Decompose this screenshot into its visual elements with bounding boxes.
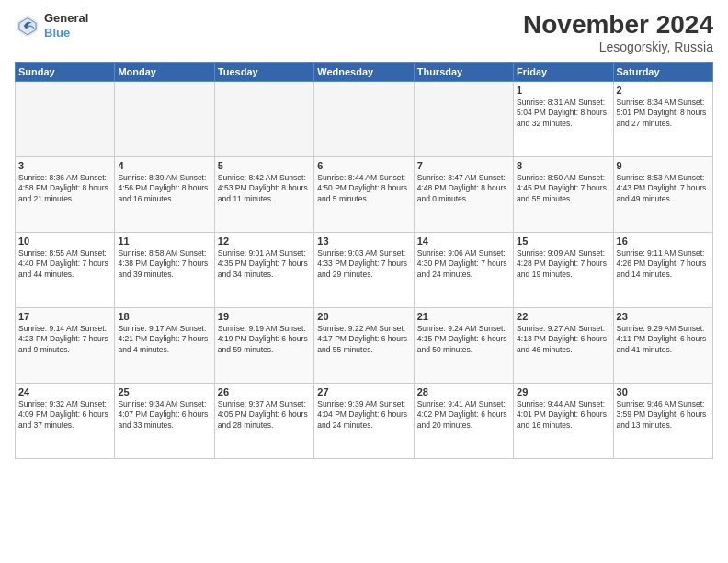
day-info: Sunrise: 9:06 AM Sunset: 4:30 PM Dayligh… (417, 248, 510, 280)
calendar-cell: 30Sunrise: 9:46 AM Sunset: 3:59 PM Dayli… (613, 383, 712, 458)
calendar-cell: 24Sunrise: 9:32 AM Sunset: 4:09 PM Dayli… (16, 383, 115, 458)
day-info: Sunrise: 9:09 AM Sunset: 4:28 PM Dayligh… (517, 248, 609, 280)
day-info: Sunrise: 8:50 AM Sunset: 4:45 PM Dayligh… (517, 173, 609, 204)
calendar-cell: 8Sunrise: 8:50 AM Sunset: 4:45 PM Daylig… (514, 156, 613, 232)
calendar-header-saturday: Saturday (613, 62, 712, 81)
day-number: 9 (617, 160, 710, 171)
day-number: 16 (617, 236, 710, 247)
day-number: 3 (18, 160, 111, 171)
day-info: Sunrise: 8:47 AM Sunset: 4:48 PM Dayligh… (417, 173, 510, 204)
calendar-cell: 29Sunrise: 9:44 AM Sunset: 4:01 PM Dayli… (514, 383, 613, 458)
page: General Blue November 2024 Lesogorskiy, … (0, 0, 728, 563)
day-info: Sunrise: 9:41 AM Sunset: 4:02 PM Dayligh… (417, 399, 510, 431)
day-info: Sunrise: 9:29 AM Sunset: 4:11 PM Dayligh… (617, 324, 710, 355)
calendar-week-row: 1Sunrise: 8:31 AM Sunset: 5:04 PM Daylig… (16, 81, 713, 156)
day-info: Sunrise: 9:17 AM Sunset: 4:21 PM Dayligh… (118, 324, 210, 355)
calendar-cell: 17Sunrise: 9:14 AM Sunset: 4:23 PM Dayli… (16, 307, 115, 383)
day-info: Sunrise: 9:24 AM Sunset: 4:15 PM Dayligh… (417, 324, 510, 355)
day-info: Sunrise: 9:34 AM Sunset: 4:07 PM Dayligh… (118, 399, 210, 431)
calendar-cell: 20Sunrise: 9:22 AM Sunset: 4:17 PM Dayli… (314, 307, 414, 383)
calendar-cell: 3Sunrise: 8:36 AM Sunset: 4:58 PM Daylig… (16, 156, 115, 232)
day-number: 29 (517, 386, 609, 397)
calendar-cell: 15Sunrise: 9:09 AM Sunset: 4:28 PM Dayli… (514, 232, 613, 307)
calendar-cell: 27Sunrise: 9:39 AM Sunset: 4:04 PM Dayli… (314, 383, 414, 458)
calendar-cell: 14Sunrise: 9:06 AM Sunset: 4:30 PM Dayli… (414, 232, 513, 307)
day-info: Sunrise: 9:46 AM Sunset: 3:59 PM Dayligh… (617, 399, 710, 431)
day-number: 10 (18, 236, 111, 247)
day-number: 13 (317, 236, 410, 247)
calendar-cell: 16Sunrise: 9:11 AM Sunset: 4:26 PM Dayli… (613, 232, 712, 307)
logo-text: General Blue (44, 11, 88, 40)
day-number: 15 (517, 236, 609, 247)
day-number: 30 (617, 386, 710, 397)
calendar-header-friday: Friday (514, 62, 613, 81)
day-number: 12 (218, 236, 311, 247)
logo: General Blue (15, 11, 88, 40)
day-info: Sunrise: 9:22 AM Sunset: 4:17 PM Dayligh… (317, 324, 410, 355)
day-info: Sunrise: 9:03 AM Sunset: 4:33 PM Dayligh… (317, 248, 410, 280)
title-block: November 2024 Lesogorskiy, Russia (523, 11, 713, 54)
calendar-cell: 28Sunrise: 9:41 AM Sunset: 4:02 PM Dayli… (414, 383, 513, 458)
day-info: Sunrise: 8:31 AM Sunset: 5:04 PM Dayligh… (517, 98, 609, 129)
day-info: Sunrise: 9:32 AM Sunset: 4:09 PM Dayligh… (18, 399, 111, 431)
calendar-cell: 19Sunrise: 9:19 AM Sunset: 4:19 PM Dayli… (214, 307, 313, 383)
day-number: 5 (218, 160, 311, 171)
day-info: Sunrise: 8:36 AM Sunset: 4:58 PM Dayligh… (18, 173, 111, 204)
day-number: 4 (118, 160, 210, 171)
logo-line1: General (44, 11, 88, 26)
day-info: Sunrise: 8:44 AM Sunset: 4:50 PM Dayligh… (317, 173, 410, 204)
calendar-cell (115, 81, 214, 156)
calendar-cell: 6Sunrise: 8:44 AM Sunset: 4:50 PM Daylig… (314, 156, 414, 232)
day-info: Sunrise: 8:55 AM Sunset: 4:40 PM Dayligh… (18, 248, 111, 280)
day-info: Sunrise: 8:39 AM Sunset: 4:56 PM Dayligh… (118, 173, 210, 204)
calendar-cell: 7Sunrise: 8:47 AM Sunset: 4:48 PM Daylig… (414, 156, 513, 232)
calendar-header-row: SundayMondayTuesdayWednesdayThursdayFrid… (16, 62, 713, 81)
calendar-cell: 12Sunrise: 9:01 AM Sunset: 4:35 PM Dayli… (214, 232, 313, 307)
calendar-cell: 18Sunrise: 9:17 AM Sunset: 4:21 PM Dayli… (115, 307, 214, 383)
day-number: 6 (317, 160, 410, 171)
calendar-cell: 25Sunrise: 9:34 AM Sunset: 4:07 PM Dayli… (115, 383, 214, 458)
calendar-header-thursday: Thursday (414, 62, 513, 81)
calendar-cell (414, 81, 513, 156)
calendar-week-row: 3Sunrise: 8:36 AM Sunset: 4:58 PM Daylig… (16, 156, 713, 232)
day-info: Sunrise: 8:58 AM Sunset: 4:38 PM Dayligh… (118, 248, 210, 280)
day-number: 8 (517, 160, 609, 171)
calendar: SundayMondayTuesdayWednesdayThursdayFrid… (15, 62, 713, 459)
day-number: 18 (118, 311, 210, 322)
calendar-cell: 23Sunrise: 9:29 AM Sunset: 4:11 PM Dayli… (613, 307, 712, 383)
day-number: 7 (417, 160, 510, 171)
subtitle: Lesogorskiy, Russia (523, 40, 713, 54)
calendar-cell (214, 81, 313, 156)
calendar-cell: 5Sunrise: 8:42 AM Sunset: 4:53 PM Daylig… (214, 156, 313, 232)
day-number: 2 (617, 85, 710, 96)
calendar-week-row: 24Sunrise: 9:32 AM Sunset: 4:09 PM Dayli… (16, 383, 713, 458)
day-info: Sunrise: 9:27 AM Sunset: 4:13 PM Dayligh… (517, 324, 609, 355)
calendar-cell: 1Sunrise: 8:31 AM Sunset: 5:04 PM Daylig… (514, 81, 613, 156)
day-number: 24 (18, 386, 111, 397)
day-info: Sunrise: 8:53 AM Sunset: 4:43 PM Dayligh… (617, 173, 710, 204)
day-number: 27 (317, 386, 410, 397)
day-number: 20 (317, 311, 410, 322)
day-number: 1 (517, 85, 609, 96)
calendar-header-wednesday: Wednesday (314, 62, 414, 81)
day-number: 21 (417, 311, 510, 322)
calendar-week-row: 10Sunrise: 8:55 AM Sunset: 4:40 PM Dayli… (16, 232, 713, 307)
day-info: Sunrise: 9:39 AM Sunset: 4:04 PM Dayligh… (317, 399, 410, 431)
calendar-cell: 2Sunrise: 8:34 AM Sunset: 5:01 PM Daylig… (613, 81, 712, 156)
day-info: Sunrise: 9:19 AM Sunset: 4:19 PM Dayligh… (218, 324, 311, 355)
day-number: 23 (617, 311, 710, 322)
calendar-cell: 13Sunrise: 9:03 AM Sunset: 4:33 PM Dayli… (314, 232, 414, 307)
day-number: 22 (517, 311, 609, 322)
calendar-cell: 10Sunrise: 8:55 AM Sunset: 4:40 PM Dayli… (16, 232, 115, 307)
day-info: Sunrise: 8:42 AM Sunset: 4:53 PM Dayligh… (218, 173, 311, 204)
calendar-header-sunday: Sunday (16, 62, 115, 81)
day-info: Sunrise: 9:44 AM Sunset: 4:01 PM Dayligh… (517, 399, 609, 431)
calendar-cell: 4Sunrise: 8:39 AM Sunset: 4:56 PM Daylig… (115, 156, 214, 232)
month-title: November 2024 (523, 11, 713, 40)
calendar-cell: 22Sunrise: 9:27 AM Sunset: 4:13 PM Dayli… (514, 307, 613, 383)
day-number: 26 (218, 386, 311, 397)
day-number: 11 (118, 236, 210, 247)
calendar-week-row: 17Sunrise: 9:14 AM Sunset: 4:23 PM Dayli… (16, 307, 713, 383)
day-info: Sunrise: 8:34 AM Sunset: 5:01 PM Dayligh… (617, 98, 710, 129)
calendar-cell: 11Sunrise: 8:58 AM Sunset: 4:38 PM Dayli… (115, 232, 214, 307)
